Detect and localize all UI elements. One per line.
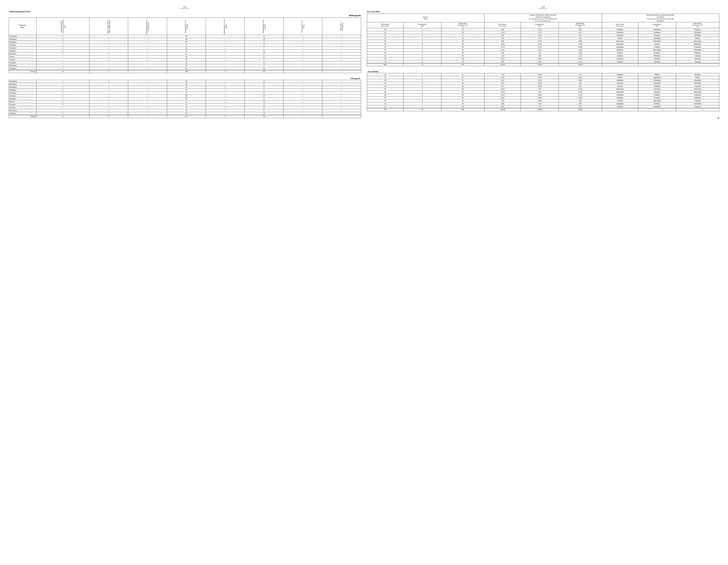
data-cell: 2 [36,50,89,53]
data-cell: — [128,112,167,115]
data-cell: — [89,64,128,67]
table-row: Syyskuu31—43—12—— [9,103,361,106]
data-cell: 49 [441,102,484,105]
data-cell: 7,54 [559,37,602,40]
data-cell: 13,74 [559,93,602,96]
data-cell: 1 [89,112,128,115]
data-cell: 4 [403,76,441,79]
data-cell: 3 [403,31,441,34]
data-cell: 21 [245,55,283,58]
data-cell: 11 [245,83,283,86]
month-label: Lokakuu [9,106,36,109]
data-cell: 8 [245,109,283,112]
month-label: Syyskuu [9,58,36,61]
data-cell: 8 [245,86,283,89]
sum-cell: 120,00 [484,63,521,66]
data-cell: — [206,80,245,83]
data-cell: Tammikuu [638,40,676,43]
data-cell: Lokakuu [676,54,719,57]
data-cell: 7,50 [521,102,559,105]
data-cell: 1 [36,98,89,100]
data-cell: 1 [89,86,128,89]
sum-cell: 155 [245,115,283,118]
data-cell: Toukokuu [602,93,638,96]
table-row: 504468,5510,008,43HelmikuuTammikuuHelmik… [367,82,719,85]
data-cell: 6,79 [521,31,559,34]
data-cell: Maaliskuu [602,43,638,46]
data-cell: 17,00 [559,43,602,46]
data-cell: — [283,50,322,53]
data-cell: 2 [36,89,89,92]
sum-cell: 8 [89,115,128,118]
data-cell: 6,79 [521,37,559,40]
sum-cell: 120,00 [559,108,602,111]
sub-head: Koko maassa.Tout le pays. [367,22,403,28]
col-uudenmaan: Uudenmaan lääni. Gouvernement de Ny- lan… [36,18,89,35]
data-cell: — [89,35,128,38]
data-cell: — [322,47,361,50]
data-cell: 51 [441,79,484,82]
sum-cell: 3 [89,70,128,73]
data-cell: — [128,100,167,103]
data-cell: 52 [367,102,403,105]
col-turun: Turun ja Porin lääni. G. d'Åbo et Björne… [89,18,128,35]
data-cell: 40 [167,64,206,67]
sum-cell [638,63,676,66]
sum-cell: — [128,70,167,73]
data-cell: Maaliskuu [638,76,676,79]
data-cell: 62 [441,48,484,51]
data-cell: Heinäkuu [638,37,676,40]
data-cell: 41 [367,105,403,108]
data-cell: — [206,47,245,50]
data-cell: — [36,109,89,112]
data-cell: 31 [167,44,206,47]
data-cell: 2 [206,50,245,53]
sum-cell: 13 [36,115,89,118]
data-cell: 9,47 [559,34,602,37]
data-cell: Kesäkuu [638,96,676,99]
data-cell: — [128,38,167,41]
data-cell: — [322,80,361,83]
table-row: 8027813,165,0013,74MarraskuuSyyskuuMarra… [367,91,719,93]
data-cell: — [128,53,167,55]
data-cell: 4 [403,82,441,85]
data-cell: 10,00 [521,99,559,102]
data-cell: 1 [89,103,128,106]
data-cell: — [206,53,245,55]
data-cell: — [206,95,245,98]
data-cell: 49 [441,40,484,43]
table-row: 5845410,399,0610,44ToukokuuHuhtikuuJoulu… [367,57,719,60]
month-label: Heinäkuu [9,98,36,100]
month-label: Joulukuu [9,67,36,70]
data-cell: 59 [367,96,403,99]
data-cell: 1 [206,100,245,103]
data-cell: 44 [167,83,206,86]
data-cell: 61 [167,53,206,55]
summa-label: Summa [9,115,36,118]
data-cell: 84 [441,88,484,91]
data-cell: — [283,95,322,98]
data-cell: 59 [441,31,484,34]
female-sum-row: Summa 13 8 — 531 5 155 — — [9,115,361,118]
data-cell: — [206,103,245,106]
data-cell: — [89,95,128,98]
data-cell: — [89,92,128,95]
data-cell: 7,15 [559,54,602,57]
data-cell: Joulukuu [638,51,676,54]
data-cell: 78 [441,91,484,93]
month-label: Maaliskuu [9,41,36,44]
data-cell: Helmikuu [602,82,638,85]
data-cell: — [128,89,167,92]
data-cell: 9 [245,92,283,95]
month-label: Helmikuu [9,83,36,86]
data-cell: Huhtikuu [638,85,676,88]
sub-head: Koko maassa.Tout le pays. [602,22,638,28]
data-cell: 11,64 [484,48,521,51]
data-cell: 55 [441,96,484,99]
data-cell: 1 [36,61,89,64]
data-cell: 10 [245,44,283,47]
data-cell: Heinäkuu [602,31,638,34]
month-label: Tammikuu [9,35,36,38]
data-cell: Marraskuu [602,40,638,43]
data-cell: Toukokuu [638,88,676,91]
